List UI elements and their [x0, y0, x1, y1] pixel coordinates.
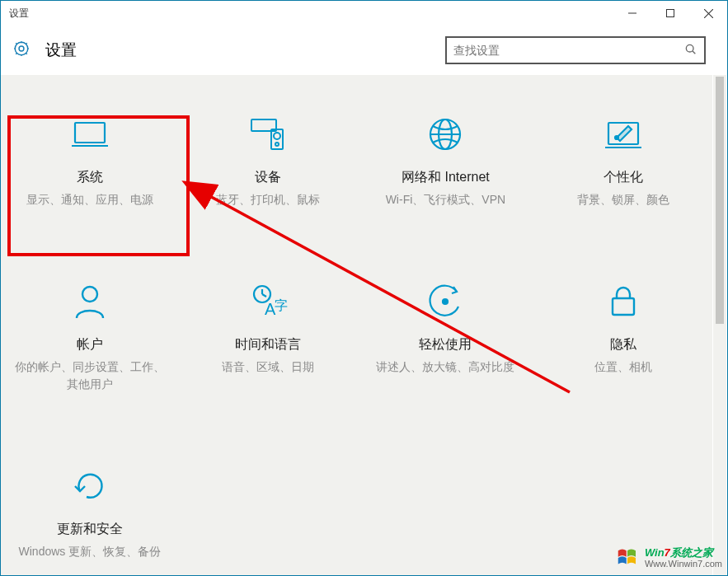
tile-title: 设备 — [255, 169, 281, 186]
scrollbar-thumb[interactable] — [716, 77, 724, 324]
tile-title: 系统 — [77, 169, 103, 186]
windows-flag-icon — [615, 546, 640, 570]
tile-title: 时间和语言 — [235, 336, 301, 354]
titlebar: 设置 — [1, 1, 727, 26]
maximize-button[interactable] — [651, 1, 689, 26]
header: 设置 — [1, 26, 727, 75]
svg-rect-1 — [667, 10, 674, 17]
tile-devices[interactable]: 设备 蓝牙、打印机、鼠标 — [186, 115, 350, 208]
settings-grid: 系统 显示、通知、应用、电源 设备 蓝牙、打印机、鼠标 — [1, 75, 712, 560]
tile-desc: 蓝牙、打印机、鼠标 — [211, 191, 325, 208]
tile-desc: 背景、锁屏、颜色 — [572, 191, 674, 208]
svg-text:字: 字 — [275, 298, 288, 312]
page-title: 设置 — [45, 40, 77, 61]
svg-point-22 — [82, 287, 97, 302]
watermark-line2: Www.Winwin7.com — [645, 559, 722, 569]
svg-rect-8 — [75, 123, 105, 143]
svg-point-28 — [443, 299, 448, 304]
svg-point-5 — [15, 42, 28, 55]
watermark-text: Win7系统之家 Www.Winwin7.com — [645, 546, 722, 570]
tile-network[interactable]: 网络和 Internet Wi-Fi、飞行模式、VPN — [363, 115, 528, 208]
tile-time-language[interactable]: A 字 时间和语言 语音、区域、日期 — [186, 282, 350, 392]
update-icon — [70, 466, 110, 506]
tile-desc: 显示、通知、应用、电源 — [21, 191, 158, 208]
scrollbar[interactable] — [713, 75, 726, 575]
svg-point-4 — [19, 46, 24, 51]
tile-title: 网络和 Internet — [402, 169, 490, 186]
svg-point-14 — [274, 133, 280, 139]
display-icon — [70, 115, 110, 154]
devices-icon — [248, 115, 288, 154]
tile-title: 隐私 — [610, 336, 636, 354]
svg-rect-29 — [613, 298, 634, 315]
watermark-line1c: 系统之家 — [670, 546, 713, 559]
tile-privacy[interactable]: 隐私 位置、相机 — [541, 282, 706, 392]
tile-desc: Wi-Fi、飞行模式、VPN — [381, 191, 510, 208]
tile-desc: 位置、相机 — [589, 358, 657, 375]
tile-accounts[interactable]: 帐户 你的帐户、同步设置、工作、其他用户 — [7, 282, 172, 392]
tile-title: 更新和安全 — [57, 521, 123, 538]
close-button[interactable] — [689, 1, 727, 26]
watermark: Win7系统之家 Www.Winwin7.com — [615, 546, 722, 570]
svg-point-21 — [615, 136, 618, 139]
svg-point-6 — [686, 44, 693, 52]
lock-icon — [604, 282, 643, 321]
tile-desc: Windows 更新、恢复、备份 — [14, 543, 167, 560]
ease-of-access-icon — [425, 282, 465, 321]
search-box[interactable] — [445, 36, 706, 64]
tile-ease-of-access[interactable]: 轻松使用 讲述人、放大镜、高对比度 — [363, 282, 528, 392]
search-input[interactable] — [453, 44, 684, 57]
svg-line-25 — [262, 294, 266, 297]
globe-icon — [425, 115, 465, 154]
svg-point-15 — [275, 143, 279, 146]
watermark-line1a: Win — [645, 546, 665, 559]
tile-desc: 你的帐户、同步设置、工作、其他用户 — [7, 358, 172, 392]
tile-title: 轻松使用 — [419, 336, 472, 354]
search-icon — [684, 43, 697, 59]
window-title: 设置 — [9, 7, 29, 21]
tile-update-security[interactable]: 更新和安全 Windows 更新、恢复、备份 — [7, 466, 172, 560]
tile-title: 帐户 — [77, 336, 103, 354]
paint-icon — [604, 115, 643, 154]
person-icon — [70, 282, 110, 321]
header-left: 设置 — [12, 40, 77, 61]
tile-personalization[interactable]: 个性化 背景、锁屏、颜色 — [541, 115, 706, 208]
tile-desc: 讲述人、放大镜、高对比度 — [371, 358, 519, 375]
svg-line-7 — [693, 51, 695, 54]
tile-title: 个性化 — [604, 169, 643, 186]
window-controls — [613, 1, 727, 26]
tile-desc: 语音、区域、日期 — [217, 358, 319, 375]
gear-icon — [12, 40, 31, 61]
time-language-icon: A 字 — [248, 282, 288, 321]
minimize-button[interactable] — [613, 1, 651, 26]
content-area: 系统 显示、通知、应用、电源 设备 蓝牙、打印机、鼠标 — [1, 75, 712, 575]
tile-system[interactable]: 系统 显示、通知、应用、电源 — [7, 115, 172, 208]
watermark-line1b: 7 — [665, 546, 670, 559]
